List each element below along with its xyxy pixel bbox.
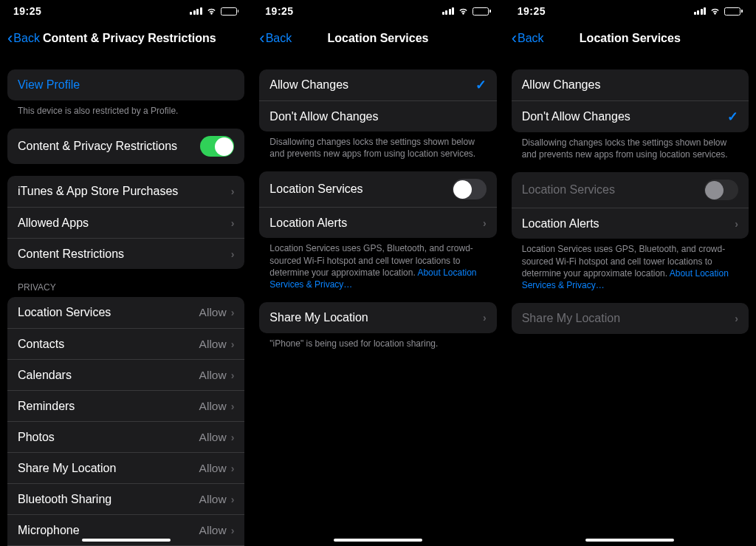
settings-row[interactable]: Location ServicesAllow› <box>7 297 244 328</box>
content: Allow Changes✓Don't Allow ChangesDisallo… <box>252 55 504 546</box>
row-value: Allow <box>199 462 227 475</box>
back-label: Back <box>13 32 40 45</box>
section-footer: Disallowing changes locks the settings s… <box>259 132 496 160</box>
settings-group: Content & Privacy Restrictions <box>7 129 244 164</box>
settings-row[interactable]: Don't Allow Changes <box>259 100 496 132</box>
settings-row[interactable]: iTunes & App Store Purchases› <box>7 176 244 207</box>
status-time: 19:25 <box>13 5 41 17</box>
screen-2: 19:25 ‹BackLocation ServicesAllow Change… <box>504 0 756 546</box>
nav-bar: ‹BackContent & Privacy Restrictions <box>0 22 252 55</box>
settings-group: Share My Location› <box>512 303 749 334</box>
row-label: Reminders <box>18 400 199 413</box>
checkmark-icon: ✓ <box>727 109 738 125</box>
back-button[interactable]: ‹Back <box>259 30 292 47</box>
chevron-left-icon: ‹ <box>259 30 264 47</box>
chevron-right-icon: › <box>483 217 487 229</box>
settings-group: Allow Changes✓Don't Allow Changes <box>259 69 496 132</box>
home-indicator[interactable] <box>585 539 674 542</box>
settings-group: Location ServicesAllow›ContactsAllow›Cal… <box>7 297 244 546</box>
home-indicator[interactable] <box>334 539 422 542</box>
toggle-switch <box>704 180 738 200</box>
row-value: Allow <box>199 493 227 506</box>
chevron-left-icon: ‹ <box>512 30 517 47</box>
settings-group: iTunes & App Store Purchases›Allowed App… <box>7 176 244 269</box>
status-time: 19:25 <box>518 5 546 17</box>
settings-row[interactable]: Location Alerts› <box>259 207 496 238</box>
row-label: Share My Location <box>522 312 735 325</box>
settings-row[interactable]: Allow Changes <box>512 69 749 100</box>
settings-row[interactable]: Content & Privacy Restrictions <box>7 129 244 164</box>
row-label: iTunes & App Store Purchases <box>18 185 231 198</box>
settings-row[interactable]: Content Restrictions› <box>7 238 244 269</box>
settings-row[interactable]: Don't Allow Changes✓ <box>512 100 749 132</box>
chevron-right-icon: › <box>231 463 235 474</box>
settings-group: Share My Location› <box>259 302 496 333</box>
back-label: Back <box>518 32 544 45</box>
settings-row: Location Services <box>512 172 749 208</box>
status-bar: 19:25 <box>252 0 504 22</box>
status-indicators <box>190 7 238 16</box>
row-label: Allow Changes <box>269 78 475 92</box>
toggle-switch[interactable] <box>453 179 487 199</box>
page-title: Content & Privacy Restrictions <box>43 32 244 45</box>
row-label: View Profile <box>18 78 234 92</box>
screen-1: 19:25 ‹BackLocation ServicesAllow Change… <box>252 0 504 546</box>
row-label: Location Alerts <box>269 216 483 230</box>
settings-group: View Profile <box>7 69 244 100</box>
status-time: 19:25 <box>265 5 293 17</box>
screen-0: 19:25 ‹BackContent & Privacy Restriction… <box>0 0 252 546</box>
row-label: Contacts <box>18 338 199 351</box>
settings-row[interactable]: Share My LocationAllow› <box>7 452 244 483</box>
row-value: Allow <box>199 306 227 319</box>
content: Allow ChangesDon't Allow Changes✓Disallo… <box>504 55 756 546</box>
chevron-right-icon: › <box>231 494 235 505</box>
row-label: Share My Location <box>18 462 199 475</box>
settings-row[interactable]: Allowed Apps› <box>7 207 244 238</box>
row-label: Calendars <box>18 369 199 382</box>
chevron-right-icon: › <box>735 218 738 230</box>
signal-icon <box>442 7 455 15</box>
section-footer: Location Services uses GPS, Bluetooth, a… <box>512 239 749 291</box>
toggle-switch[interactable] <box>200 136 234 157</box>
content: View ProfileThis device is also restrict… <box>0 55 252 546</box>
settings-group: Location ServicesLocation Alerts› <box>259 171 496 238</box>
settings-row[interactable]: Bluetooth SharingAllow› <box>7 483 244 514</box>
row-label: Allowed Apps <box>18 216 231 230</box>
chevron-left-icon: ‹ <box>7 30 13 47</box>
battery-icon <box>221 7 239 16</box>
section-footer: Location Services uses GPS, Bluetooth, a… <box>259 238 496 290</box>
settings-row[interactable]: Location Alerts› <box>512 208 749 239</box>
row-label: Bluetooth Sharing <box>18 493 199 506</box>
row-label: Don't Allow Changes <box>522 110 727 123</box>
row-label: Microphone <box>18 524 199 537</box>
wifi-icon <box>458 7 469 16</box>
settings-row[interactable]: CalendarsAllow› <box>7 359 244 390</box>
back-button[interactable]: ‹Back <box>512 30 544 47</box>
nav-bar: ‹BackLocation Services <box>252 22 504 55</box>
checkmark-icon: ✓ <box>475 77 487 93</box>
settings-row[interactable]: View Profile <box>7 69 244 100</box>
row-value: Allow <box>199 369 227 382</box>
row-label: Share My Location <box>269 311 483 324</box>
settings-row[interactable]: Share My Location› <box>259 302 496 333</box>
settings-row[interactable]: ContactsAllow› <box>7 328 244 359</box>
row-label: Location Services <box>269 182 452 196</box>
row-label: Content Restrictions <box>18 248 231 261</box>
settings-row[interactable]: PhotosAllow› <box>7 421 244 452</box>
settings-row[interactable]: Allow Changes✓ <box>259 69 496 100</box>
row-label: Location Services <box>18 306 199 319</box>
row-label: Don't Allow Changes <box>269 110 486 123</box>
chevron-right-icon: › <box>483 312 487 324</box>
battery-icon <box>472 7 491 16</box>
chevron-right-icon: › <box>231 431 235 443</box>
home-indicator[interactable] <box>82 539 171 542</box>
settings-row[interactable]: Location Services <box>259 171 496 207</box>
back-label: Back <box>266 32 292 45</box>
chevron-right-icon: › <box>231 369 235 381</box>
wifi-icon <box>206 7 217 16</box>
settings-group: Location ServicesLocation Alerts› <box>512 172 749 239</box>
settings-row[interactable]: RemindersAllow› <box>7 390 244 421</box>
battery-icon <box>724 7 743 16</box>
back-button[interactable]: ‹Back <box>7 30 40 47</box>
row-value: Allow <box>199 524 227 537</box>
